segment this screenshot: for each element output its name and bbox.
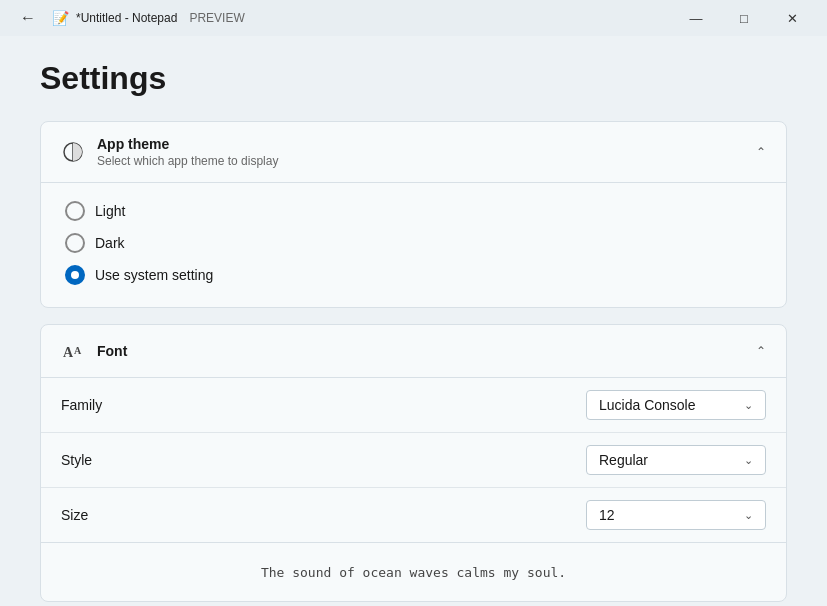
minimize-button[interactable]: — xyxy=(673,0,719,36)
page-title: Settings xyxy=(40,60,787,97)
font-header[interactable]: A A Font ⌃ xyxy=(41,325,786,377)
font-header-left: A A Font xyxy=(61,339,127,363)
svg-text:A: A xyxy=(63,345,74,360)
window-title: *Untitled - Notepad xyxy=(76,11,177,25)
title-bar-left: ← 📝 *Untitled - Notepad PREVIEW xyxy=(12,2,245,34)
font-style-dropdown[interactable]: Regular ⌄ xyxy=(586,445,766,475)
back-button[interactable]: ← xyxy=(12,2,44,34)
main-content: Settings App theme Select which app them… xyxy=(0,36,827,606)
app-theme-description: Select which app theme to display xyxy=(97,154,278,168)
font-icon: A A xyxy=(61,339,85,363)
app-theme-header[interactable]: App theme Select which app theme to disp… xyxy=(41,122,786,182)
theme-option-system[interactable]: Use system setting xyxy=(61,259,766,291)
font-style-chevron-icon: ⌄ xyxy=(744,454,753,467)
font-preview-text: The sound of ocean waves calms my soul. xyxy=(261,565,566,580)
radio-light-label: Light xyxy=(95,203,125,219)
close-button[interactable]: ✕ xyxy=(769,0,815,36)
app-theme-label: App theme xyxy=(97,136,278,152)
theme-icon xyxy=(61,140,85,164)
font-family-label: Family xyxy=(61,397,102,413)
window-controls: — □ ✕ xyxy=(673,0,815,36)
font-style-row: Style Regular ⌄ xyxy=(41,433,786,488)
theme-option-dark[interactable]: Dark xyxy=(61,227,766,259)
svg-text:A: A xyxy=(74,345,82,356)
radio-dark-label: Dark xyxy=(95,235,125,251)
font-style-value: Regular xyxy=(599,452,736,468)
radio-system-label: Use system setting xyxy=(95,267,213,283)
maximize-button[interactable]: □ xyxy=(721,0,767,36)
font-family-dropdown[interactable]: Lucida Console ⌄ xyxy=(586,390,766,420)
app-theme-chevron: ⌃ xyxy=(756,145,766,159)
app-theme-header-left: App theme Select which app theme to disp… xyxy=(61,136,278,168)
font-rows: Family Lucida Console ⌄ Style Regular ⌄ … xyxy=(41,378,786,542)
font-family-chevron-icon: ⌄ xyxy=(744,399,753,412)
app-icon: 📝 xyxy=(52,10,68,26)
app-theme-section: App theme Select which app theme to disp… xyxy=(40,121,787,308)
theme-radio-options: Light Dark Use system setting xyxy=(41,183,786,307)
font-label: Font xyxy=(97,343,127,359)
font-size-dropdown[interactable]: 12 ⌄ xyxy=(586,500,766,530)
radio-light[interactable] xyxy=(65,201,85,221)
font-family-value: Lucida Console xyxy=(599,397,736,413)
font-size-chevron-icon: ⌄ xyxy=(744,509,753,522)
font-section: A A Font ⌃ Family Lucida Console ⌄ xyxy=(40,324,787,602)
app-theme-text: App theme Select which app theme to disp… xyxy=(97,136,278,168)
title-bar: ← 📝 *Untitled - Notepad PREVIEW — □ ✕ xyxy=(0,0,827,36)
font-size-label: Size xyxy=(61,507,88,523)
radio-dark[interactable] xyxy=(65,233,85,253)
font-size-value: 12 xyxy=(599,507,736,523)
font-size-row: Size 12 ⌄ xyxy=(41,488,786,542)
radio-system[interactable] xyxy=(65,265,85,285)
font-style-label: Style xyxy=(61,452,92,468)
font-family-row: Family Lucida Console ⌄ xyxy=(41,378,786,433)
font-chevron: ⌃ xyxy=(756,344,766,358)
font-label-text: Font xyxy=(97,343,127,359)
font-preview-area: The sound of ocean waves calms my soul. xyxy=(41,543,786,601)
preview-badge: PREVIEW xyxy=(189,11,244,25)
theme-option-light[interactable]: Light xyxy=(61,195,766,227)
